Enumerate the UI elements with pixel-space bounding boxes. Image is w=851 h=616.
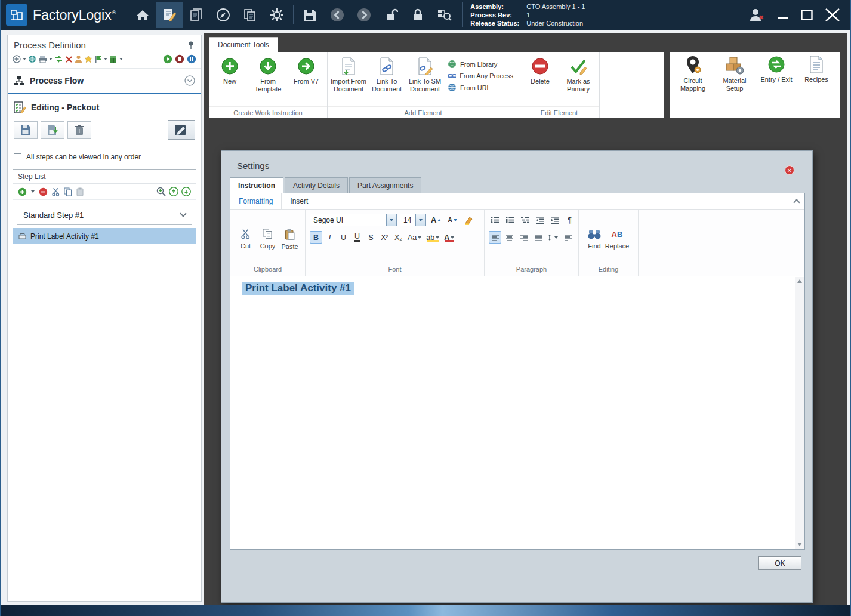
- decrease-indent-button[interactable]: [534, 214, 546, 226]
- step-expand-chevron[interactable]: [180, 210, 186, 217]
- close-button[interactable]: [825, 8, 840, 21]
- tab-activity-details[interactable]: Activity Details: [285, 177, 348, 194]
- delete-element-button[interactable]: Delete: [521, 55, 559, 93]
- activity-row-selected[interactable]: Print Label Activity #1: [13, 228, 196, 244]
- strikethrough-button[interactable]: S: [365, 231, 377, 244]
- forward-button[interactable]: [350, 2, 377, 28]
- replace-button[interactable]: AB Replace: [606, 227, 628, 250]
- content-scrollbar[interactable]: [795, 277, 804, 549]
- numbered-list-button[interactable]: [504, 214, 516, 226]
- copy-pages-button[interactable]: [236, 2, 263, 28]
- sync-icon[interactable]: [54, 55, 63, 63]
- lock-button[interactable]: [404, 2, 431, 28]
- change-case-button[interactable]: Aa: [406, 231, 423, 244]
- bold-button[interactable]: B: [310, 231, 322, 244]
- package-icon[interactable]: [109, 55, 118, 63]
- paste-step-icon[interactable]: [76, 187, 84, 196]
- process-definition-button[interactable]: [156, 2, 183, 28]
- process-audit-button[interactable]: [431, 2, 458, 28]
- home-button[interactable]: [129, 2, 156, 28]
- package-dropdown-caret[interactable]: [119, 58, 123, 60]
- scroll-up-icon[interactable]: [797, 279, 802, 283]
- play-icon[interactable]: [163, 54, 172, 64]
- back-button[interactable]: [323, 2, 350, 28]
- minimize-button[interactable]: [777, 10, 789, 20]
- flag-dropdown-caret[interactable]: [104, 58, 107, 60]
- user-icon[interactable]: [75, 55, 82, 63]
- multilevel-list-button[interactable]: [519, 214, 531, 226]
- move-down-icon[interactable]: [181, 187, 191, 196]
- user-logout-button[interactable]: [748, 8, 765, 22]
- circuit-mapping-button[interactable]: Circuit Mapping: [672, 53, 714, 117]
- underline-button[interactable]: U: [337, 231, 350, 244]
- remove-step-icon[interactable]: [39, 187, 48, 196]
- font-family-dropdown-icon[interactable]: [386, 214, 396, 226]
- selected-instruction-text[interactable]: Print Label Activity #1: [242, 282, 354, 295]
- edit-work-instruction-button[interactable]: [168, 120, 195, 140]
- from-library-button[interactable]: From Library: [448, 60, 513, 69]
- pause-icon[interactable]: [187, 54, 196, 64]
- from-v7-button[interactable]: From V7: [287, 55, 325, 93]
- add-icon[interactable]: [13, 55, 21, 63]
- recipes-button[interactable]: Recipes: [797, 53, 835, 117]
- font-size-select[interactable]: 14: [400, 214, 426, 226]
- link-to-document-button[interactable]: Link To Document: [368, 55, 406, 93]
- from-any-process-button[interactable]: From Any Process: [448, 72, 513, 79]
- navigate-button[interactable]: [209, 2, 236, 28]
- shrink-font-button[interactable]: A: [446, 214, 458, 226]
- justify-button[interactable]: [532, 231, 544, 244]
- highlighter-pen-button[interactable]: [462, 214, 475, 226]
- print-icon[interactable]: [38, 55, 47, 63]
- collapse-section-icon[interactable]: [184, 75, 195, 86]
- align-center-button[interactable]: [503, 231, 516, 244]
- import-from-document-button[interactable]: Import From Document: [329, 55, 368, 93]
- scroll-down-icon[interactable]: [797, 543, 802, 546]
- from-url-button[interactable]: From URL: [448, 83, 513, 92]
- font-family-select[interactable]: Segoe UI: [310, 214, 397, 226]
- font-size-dropdown-icon[interactable]: [415, 214, 426, 226]
- print-dropdown-caret[interactable]: [49, 58, 53, 60]
- instruction-content[interactable]: Print Label Activity #1: [230, 276, 804, 549]
- highlight-color-button[interactable]: ab: [424, 231, 441, 244]
- save-step-button[interactable]: [14, 121, 38, 139]
- tab-instruction[interactable]: Instruction: [230, 177, 283, 194]
- move-up-icon[interactable]: [169, 187, 178, 196]
- paste-button[interactable]: Paste: [279, 227, 301, 250]
- documents-button[interactable]: [183, 2, 209, 28]
- increase-indent-button[interactable]: [548, 214, 561, 226]
- stop-icon[interactable]: [175, 54, 184, 64]
- ok-button[interactable]: OK: [758, 556, 801, 570]
- web-icon[interactable]: [28, 55, 36, 63]
- superscript-button[interactable]: X²: [378, 231, 391, 244]
- pin-icon[interactable]: [187, 41, 195, 50]
- italic-button[interactable]: I: [323, 231, 336, 244]
- add-step-icon[interactable]: [18, 187, 27, 196]
- collapse-ribbon-button[interactable]: [789, 193, 804, 209]
- save-button[interactable]: [297, 2, 323, 28]
- copy-button[interactable]: Copy: [257, 227, 279, 250]
- bullet-list-button[interactable]: [489, 214, 501, 226]
- standard-step-row[interactable]: Standard Step #1: [17, 205, 192, 225]
- gear-button[interactable]: [263, 2, 290, 28]
- settings-close-icon[interactable]: ✕: [785, 165, 794, 175]
- process-flow-row[interactable]: Process Flow: [8, 69, 201, 93]
- tab-formatting[interactable]: Formatting: [230, 193, 282, 209]
- material-setup-button[interactable]: Material Setup: [714, 53, 756, 117]
- line-spacing-button[interactable]: [546, 231, 560, 244]
- align-right-button[interactable]: [517, 231, 530, 244]
- add-dropdown-caret[interactable]: [23, 58, 26, 60]
- grow-font-button[interactable]: A: [429, 214, 443, 226]
- import-step-button[interactable]: [41, 121, 64, 139]
- remove-icon[interactable]: [65, 56, 73, 63]
- paragraph-spacing-button[interactable]: [562, 231, 574, 244]
- cut-step-icon[interactable]: [52, 187, 60, 196]
- mark-as-primary-button[interactable]: Mark as Primary: [559, 55, 597, 93]
- zoom-step-icon[interactable]: [156, 187, 166, 196]
- double-underline-button[interactable]: U: [351, 231, 363, 244]
- maximize-button[interactable]: [801, 10, 813, 20]
- link-to-sm-document-button[interactable]: Link To SM Document: [406, 55, 444, 93]
- find-button[interactable]: Find: [583, 227, 606, 250]
- copy-step-icon[interactable]: [64, 187, 72, 196]
- pilcrow-button[interactable]: ¶: [563, 214, 576, 226]
- add-step-caret[interactable]: [31, 190, 35, 193]
